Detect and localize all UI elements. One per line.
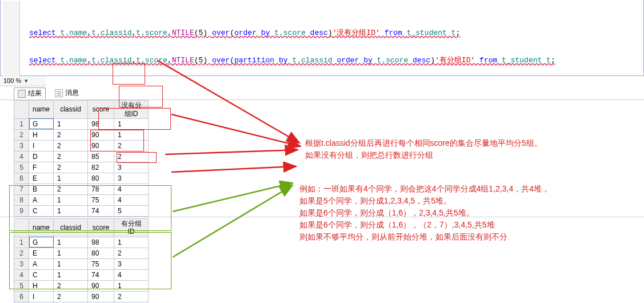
cell-group[interactable]: 4 [114,269,149,280]
table-row[interactable]: 2E1802 [14,248,149,258]
annotation-detail: 例如：一班如果有4个同学，则会把这4个同学分成4组1,2,3,4，共4堆， 如果… [299,183,550,243]
table-row[interactable]: 8A1754 [14,194,149,205]
cell-classid[interactable]: 2 [54,151,88,162]
cell-classid[interactable]: 1 [54,258,88,269]
cell-group[interactable]: 2 [114,140,149,151]
cell-name[interactable]: C [29,205,54,216]
col-name[interactable]: name [29,101,54,119]
table-row[interactable]: 4C1744 [14,269,149,280]
cell-group[interactable]: 1 [114,129,149,140]
cell-classid[interactable]: 1 [54,248,88,258]
col-classid[interactable]: classid [54,101,88,119]
cell-group[interactable]: 2 [114,291,149,302]
table-row[interactable]: 6I2902 [14,291,149,302]
cell-name[interactable]: G [29,237,54,248]
cell-score[interactable]: 98 [88,118,114,129]
cell-name[interactable]: E [29,248,54,258]
cell-group[interactable]: 5 [114,205,149,216]
cell-score[interactable]: 78 [88,184,114,194]
grid-icon [18,90,26,98]
table-row[interactable]: 3A1753 [14,258,149,269]
cell-group[interactable]: 2 [114,248,149,258]
cell-group[interactable]: 4 [114,194,149,205]
cell-group[interactable]: 1 [114,118,149,129]
zoom-dropdown[interactable]: 100 %▾ [0,76,46,86]
table-row[interactable]: 1G1981 [14,118,149,129]
col-score[interactable]: score [88,218,114,237]
col-group[interactable]: 有分组ID [114,218,149,237]
cell-classid[interactable]: 2 [54,129,88,140]
editor-gutter [3,1,20,77]
cell-score[interactable]: 75 [88,258,114,269]
cell-score[interactable]: 90 [88,291,114,302]
row-number: 3 [14,140,29,151]
cell-score[interactable]: 90 [88,280,114,291]
table-row[interactable]: 6E1803 [14,173,149,184]
tab-messages-label: 消息 [65,89,79,97]
cell-group[interactable]: 3 [114,173,149,184]
cell-group[interactable]: 3 [114,258,149,269]
row-number: 5 [14,280,29,291]
cell-score[interactable]: 80 [88,248,114,258]
table-row[interactable]: 5F2823 [14,162,149,173]
grid-with-partition[interactable]: name classid score 有分组ID 1G19812E18023A1… [14,218,149,303]
cell-name[interactable]: C [29,269,54,280]
row-number: 1 [14,118,29,129]
cell-name[interactable]: I [29,291,54,302]
cell-score[interactable]: 74 [88,205,114,216]
table-row[interactable]: 9C1745 [14,205,149,216]
cell-score[interactable]: 90 [88,140,114,151]
table-row[interactable]: 1G1981 [14,237,149,248]
col-score[interactable]: score [88,101,114,119]
tab-messages[interactable]: 消息 [51,87,82,98]
cell-classid[interactable]: 2 [54,140,88,151]
cell-group[interactable]: 1 [114,237,149,248]
row-number: 4 [14,151,29,162]
cell-score[interactable]: 85 [88,151,114,162]
cell-name[interactable]: H [29,280,54,291]
col-group[interactable]: 没有分组ID [114,101,149,119]
cell-group[interactable]: 3 [114,162,149,173]
cell-score[interactable]: 80 [88,173,114,184]
row-number: 2 [14,129,29,140]
results-tabs: 结果 消息 [0,86,644,100]
grid-no-partition[interactable]: name classid score 没有分组ID 1G19812H29013I… [14,100,149,217]
table-row[interactable]: 7B2784 [14,184,149,194]
cell-name[interactable]: A [29,258,54,269]
cell-classid[interactable]: 2 [54,162,88,173]
cell-classid[interactable]: 1 [54,118,88,129]
cell-score[interactable]: 90 [88,129,114,140]
cell-group[interactable]: 1 [114,280,149,291]
cell-name[interactable]: I [29,140,54,151]
table-row[interactable]: 5H2901 [14,280,149,291]
cell-classid[interactable]: 1 [54,205,88,216]
sql-editor[interactable]: select t.name,t.classid,t.score,NTILE(5)… [0,0,644,76]
cell-name[interactable]: F [29,162,54,173]
cell-name[interactable]: H [29,129,54,140]
cell-score[interactable]: 82 [88,162,114,173]
cell-classid[interactable]: 2 [54,184,88,194]
cell-name[interactable]: A [29,194,54,205]
cell-classid[interactable]: 2 [54,280,88,291]
cell-classid[interactable]: 1 [54,194,88,205]
cell-classid[interactable]: 1 [54,237,88,248]
cell-score[interactable]: 98 [88,237,114,248]
cell-name[interactable]: G [29,118,54,129]
cell-classid[interactable]: 1 [54,173,88,184]
cell-score[interactable]: 75 [88,194,114,205]
cell-group[interactable]: 4 [114,184,149,194]
cell-name[interactable]: D [29,151,54,162]
tab-results[interactable]: 结果 [14,87,46,99]
col-name[interactable]: name [29,218,54,237]
cell-group[interactable]: 2 [114,151,149,162]
row-number: 6 [14,291,29,302]
cell-name[interactable]: E [29,173,54,184]
table-row[interactable]: 4D2852 [14,151,149,162]
table-row[interactable]: 2H2901 [14,129,149,140]
cell-score[interactable]: 74 [88,269,114,280]
cell-classid[interactable]: 2 [54,291,88,302]
table-row[interactable]: 3I2902 [14,140,149,151]
col-classid[interactable]: classid [54,218,88,237]
cell-name[interactable]: B [29,184,54,194]
cell-classid[interactable]: 1 [54,269,88,280]
